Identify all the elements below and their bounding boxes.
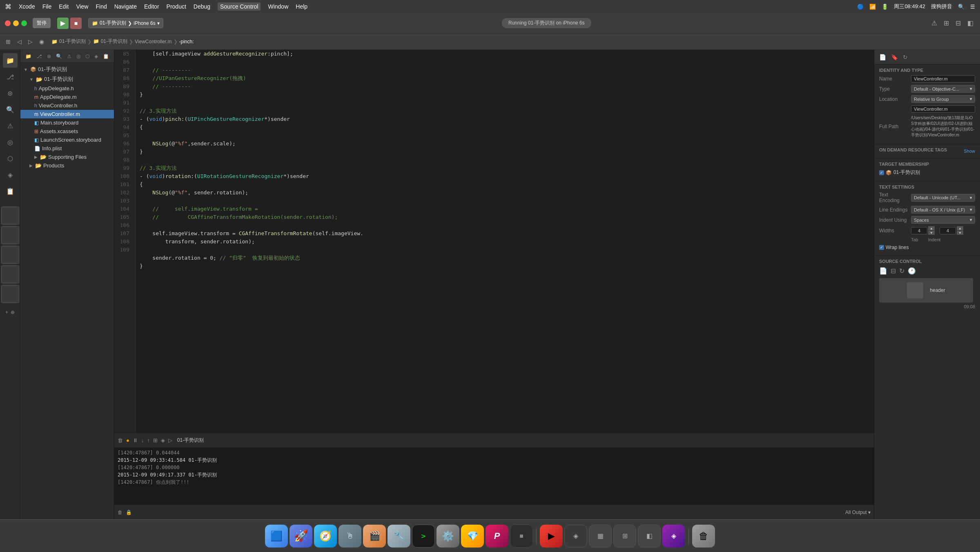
folder-supporting-files[interactable]: ▶ 📂 Supporting Files [20, 153, 114, 161]
menu-source-control[interactable]: Source Control [218, 2, 261, 11]
pause-button[interactable]: 暂停 [33, 18, 51, 28]
tab-width-up[interactable]: ▲ [928, 226, 935, 230]
file-viewcontroller-h[interactable]: h ViewController.h [20, 101, 114, 110]
debug-pause-icon[interactable]: ● [126, 437, 129, 443]
sc-file-icon[interactable]: 📄 [879, 267, 887, 275]
file-navigator-icon[interactable]: 📁 [3, 53, 18, 68]
file-assets[interactable]: ⊞ Assets.xcassets [20, 127, 114, 136]
menu-find[interactable]: Find [96, 3, 107, 10]
folder-products[interactable]: ▶ 📂 Products [20, 161, 114, 170]
project-root[interactable]: ▼ 📦 01-手势识别 [20, 65, 114, 74]
debug-step-out-icon[interactable]: ↑ [147, 437, 150, 443]
tab-width-down[interactable]: ▼ [928, 231, 935, 235]
menu-icon[interactable]: ☰ [970, 4, 975, 10]
nav-symbol-icon[interactable]: ⊛ [45, 53, 53, 60]
file-appdelegate-m[interactable]: m AppDelegate.m [20, 93, 114, 101]
rp-file-icon[interactable]: 📄 [878, 53, 888, 61]
menu-editor[interactable]: Editor [144, 3, 159, 10]
menu-window[interactable]: Window [268, 3, 288, 10]
dock-dark5[interactable]: ◧ [638, 525, 661, 548]
menu-edit[interactable]: Edit [59, 3, 69, 10]
reports-icon[interactable]: 📋 [3, 184, 18, 198]
menu-product[interactable]: Product [167, 3, 186, 10]
nav-git-icon[interactable]: ⎇ [35, 53, 44, 60]
issues-icon[interactable]: ⚠ [3, 118, 18, 133]
line-endings-dropdown[interactable]: Default - OS X / Unix (LF) ▾ [911, 206, 975, 214]
debug-clear-icon[interactable]: 🗑 [118, 437, 123, 443]
recent-files-icon[interactable]: ◉ [37, 37, 47, 47]
target-checkbox[interactable]: ✓ [879, 170, 884, 175]
debug-step-into-icon[interactable]: ↓ [141, 437, 144, 443]
dock-pp[interactable]: P [486, 525, 508, 548]
dock-multi[interactable]: ◈ [662, 525, 685, 548]
apple-menu[interactable]: ⌘ [5, 3, 11, 11]
breadcrumb-symbol[interactable]: -pinch: [179, 39, 194, 45]
indent-width-input[interactable] [940, 227, 956, 234]
forward-icon[interactable]: ▷ [26, 37, 35, 47]
console-output-selector[interactable]: All Output ▾ [845, 510, 871, 515]
sidebar-toggle-icon[interactable]: ◧ [966, 18, 975, 29]
dock-mouse[interactable]: 🖱 [339, 525, 361, 548]
menu-file[interactable]: File [42, 3, 52, 10]
breadcrumb-group[interactable]: 📁 01-手势识别 [93, 38, 127, 45]
file-launchscreen[interactable]: ◧ LaunchScreen.storyboard [20, 136, 114, 144]
debug-simulate-icon[interactable]: ◈ [161, 437, 165, 443]
wrap-lines-checkbox[interactable]: ✓ [879, 245, 884, 250]
dock-tools[interactable]: 🔧 [388, 525, 410, 548]
breakpoints-icon[interactable]: ◈ [3, 167, 18, 182]
menu-xcode[interactable]: Xcode [19, 3, 35, 10]
warnings-icon[interactable]: ⚠ [930, 18, 939, 29]
dock-finder[interactable]: 🟦 [265, 525, 288, 548]
add-icon[interactable]: + [5, 309, 8, 315]
tests-icon[interactable]: ◎ [3, 135, 18, 149]
indent-width-up[interactable]: ▲ [957, 226, 963, 230]
nav-debug-icon[interactable]: ⬡ [84, 53, 91, 60]
source-control-icon[interactable]: ⎇ [3, 69, 18, 84]
breadcrumb-file[interactable]: ViewController.m [135, 39, 172, 45]
dock-launchpad[interactable]: 🚀 [290, 525, 312, 548]
nav-breakpoints-icon[interactable]: ◈ [93, 53, 100, 60]
file-appdelegate-h[interactable]: h AppDelegate.h [20, 84, 114, 93]
sc-history-icon[interactable]: 🕐 [908, 267, 916, 275]
nav-issues-icon[interactable]: ⚠ [65, 53, 73, 60]
indent-width-down[interactable]: ▼ [957, 231, 963, 235]
dock-dark1[interactable]: ■ [510, 525, 533, 548]
location-dropdown[interactable]: Relative to Group ▾ [911, 95, 975, 103]
dock-dark3[interactable]: ▦ [589, 525, 612, 548]
debug-simulate2-icon[interactable]: ▷ [168, 437, 172, 443]
name-value[interactable]: ViewController.m [911, 75, 975, 82]
dock-media[interactable]: 🎬 [363, 525, 386, 548]
minimize-button[interactable] [13, 20, 19, 26]
on-demand-show[interactable]: Show [964, 149, 975, 154]
nav-file-icon[interactable]: 📁 [24, 53, 33, 60]
nav-reports-icon[interactable]: 📋 [101, 53, 111, 60]
dock-safari[interactable]: 🧭 [314, 525, 337, 548]
filename-value[interactable]: ViewController.m [911, 105, 975, 113]
group-main[interactable]: ▼ 📂 01-手势识别 [20, 74, 114, 84]
text-encoding-dropdown[interactable]: Default - Unicode (UT... ▾ [911, 194, 975, 202]
breadcrumb-part-1[interactable]: 📁 [51, 39, 58, 45]
close-button[interactable] [5, 20, 11, 26]
dock-terminal[interactable]: > [412, 525, 435, 548]
sc-diff-icon[interactable]: ⊟ [891, 267, 896, 275]
dock-sketch[interactable]: 💎 [461, 525, 484, 548]
menu-view[interactable]: View [76, 3, 88, 10]
breadcrumb-project[interactable]: 01-手势识别 [59, 38, 86, 45]
dock-trash[interactable]: 🗑 [692, 525, 715, 548]
split-view-icon[interactable]: ⊟ [954, 18, 962, 29]
dock-red-app[interactable]: ▶ [540, 525, 563, 548]
menu-debug[interactable]: Debug [194, 3, 210, 10]
tab-width-input[interactable] [911, 227, 927, 234]
sc-refresh-icon[interactable]: ↻ [899, 267, 904, 275]
console-filter-icon[interactable]: 🗑 [118, 510, 122, 515]
dock-dark2[interactable]: ◈ [564, 525, 587, 548]
debug-frame-icon[interactable]: ⊞ [153, 437, 158, 443]
search-icon[interactable]: 🔍 [958, 4, 964, 10]
code-content[interactable]: [self.imageView addGestureRecognizer:pin… [136, 50, 874, 433]
rp-refresh-icon[interactable]: ↻ [901, 53, 909, 61]
input-method[interactable]: 搜狗拼音 [931, 3, 952, 10]
console-lock-icon[interactable]: 🔒 [126, 510, 132, 515]
debug-icon[interactable]: ⬡ [3, 151, 18, 166]
symbols-icon[interactable]: ⊛ [3, 86, 18, 100]
dock-dark4[interactable]: ⊞ [613, 525, 636, 548]
